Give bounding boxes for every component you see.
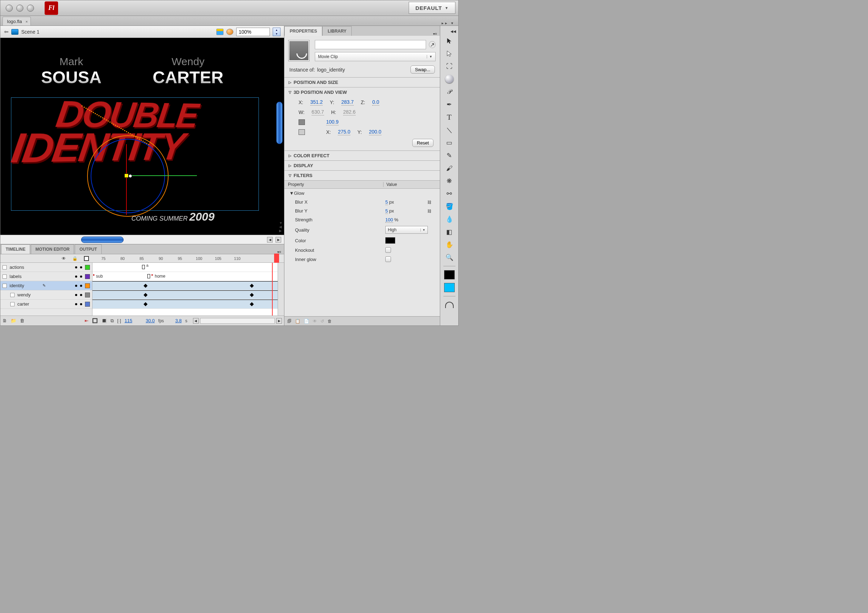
inner-glow-checkbox[interactable] <box>385 256 391 262</box>
lasso-tool[interactable]: 𝒫 <box>443 87 456 97</box>
clipboard-icon[interactable]: 📄 <box>304 319 309 324</box>
prop-value[interactable]: 5 <box>385 208 388 214</box>
stage-hscroll-thumb[interactable] <box>81 237 124 243</box>
x-axis-handle[interactable] <box>126 175 197 176</box>
line-tool[interactable]: ＼ <box>443 125 456 135</box>
zoom-tool[interactable]: 🔍 <box>443 252 456 263</box>
keyframe[interactable] <box>143 302 147 306</box>
prop-value[interactable]: 5 <box>385 200 388 205</box>
onion-markers-icon[interactable]: [·] <box>117 318 121 324</box>
presets-icon[interactable]: 📋 <box>295 319 300 324</box>
outline-color[interactable] <box>85 293 90 297</box>
tab-output[interactable]: OUTPUT <box>75 245 101 254</box>
panel-menu-icon[interactable]: ▾≡ <box>433 32 437 36</box>
tools-collapse-icon[interactable]: ◀◀ <box>451 29 456 33</box>
paint-bucket-tool[interactable]: 🪣 <box>443 201 456 212</box>
registration-point[interactable] <box>129 174 132 178</box>
prop-value[interactable]: 100 <box>385 217 393 223</box>
vx-value[interactable]: 275.0 <box>338 129 350 135</box>
hand-tool[interactable]: ✋ <box>443 239 456 250</box>
frame-grid[interactable]: a ▸ sub ▸ home <box>92 263 277 316</box>
keyframe[interactable] <box>143 284 147 288</box>
stroke-color[interactable] <box>443 269 456 280</box>
zoom-stepper[interactable]: ▲▼ <box>273 28 281 36</box>
add-filter-icon[interactable]: 🗐 <box>287 319 291 324</box>
scroll-right-icon[interactable]: ▶ <box>276 318 282 324</box>
timeline-hscroll-track[interactable] <box>200 318 275 324</box>
keyframe[interactable] <box>143 293 147 297</box>
keyframe[interactable] <box>250 302 254 306</box>
color-swatch[interactable] <box>385 237 395 244</box>
edit-symbol-icon[interactable] <box>226 29 233 35</box>
instance-name-input[interactable] <box>315 40 426 49</box>
stage-scroll-menu-icon[interactable]: ▼◀▶ <box>279 221 283 233</box>
playhead[interactable] <box>274 254 279 263</box>
text-tool[interactable]: T <box>443 112 456 122</box>
reset-filter-icon[interactable]: ↺ <box>321 319 324 324</box>
keyframe[interactable] <box>250 284 254 288</box>
lock-toggle[interactable] <box>80 303 82 305</box>
lock-toggle[interactable] <box>80 294 82 296</box>
outline-column-icon[interactable] <box>84 256 89 261</box>
selection-tool[interactable] <box>443 36 456 46</box>
pencil-tool[interactable]: ✎ <box>443 150 456 161</box>
y-value[interactable]: 283.7 <box>341 99 354 105</box>
close-tab-icon[interactable]: × <box>25 20 28 24</box>
frame-row-labels[interactable]: ▸ sub ▸ home <box>92 272 277 281</box>
options-snap[interactable] <box>443 300 456 310</box>
section-3d-position[interactable]: ▽3D POSITION AND VIEW <box>284 87 440 97</box>
tab-timeline[interactable]: TIMELINE <box>1 245 30 254</box>
lock-toggle[interactable] <box>80 285 82 287</box>
tab-overflow-icon[interactable]: ▸▸ ▾ <box>442 21 455 25</box>
back-icon[interactable]: ⬅ <box>4 28 8 35</box>
scroll-right-icon[interactable]: ▶ <box>276 237 281 243</box>
minimize-window-button[interactable] <box>16 5 23 12</box>
tab-motion-editor[interactable]: MOTION EDITOR <box>31 245 74 254</box>
frame-row-actions[interactable]: a <box>92 263 277 272</box>
knockout-checkbox[interactable] <box>385 247 391 253</box>
blank-keyframe[interactable] <box>142 265 145 269</box>
frame-row-identity[interactable] <box>92 281 277 290</box>
layer-row[interactable]: identity✎ <box>0 281 92 290</box>
swap-button[interactable]: Swap... <box>411 65 435 74</box>
current-frame[interactable]: 115 <box>125 318 132 324</box>
goto-first-icon[interactable]: ⇤ <box>85 318 88 324</box>
link-icon[interactable]: ⛓ <box>422 200 436 204</box>
symbol-type-select[interactable]: Movie Clip <box>315 52 436 61</box>
lock-toggle[interactable] <box>80 266 82 268</box>
enable-filter-icon[interactable]: 👁 <box>313 319 317 324</box>
delete-layer-icon[interactable]: 🗑 <box>20 318 25 324</box>
zoom-input[interactable] <box>236 28 270 36</box>
scene-name[interactable]: Scene 1 <box>21 29 39 35</box>
visibility-toggle[interactable] <box>75 285 77 287</box>
blank-keyframe[interactable] <box>147 274 150 279</box>
outline-color[interactable] <box>85 274 90 279</box>
stage-vscroll-thumb[interactable] <box>276 102 283 144</box>
visibility-toggle[interactable] <box>75 266 77 268</box>
section-display[interactable]: ▷DISPLAY <box>284 161 440 170</box>
scroll-left-icon[interactable]: ◀ <box>267 237 273 243</box>
visibility-toggle[interactable] <box>75 276 77 278</box>
subselection-tool[interactable] <box>443 48 456 59</box>
onion-skin-icon[interactable]: 🔲 <box>92 318 98 324</box>
workspace-switcher[interactable]: DEFAULT <box>409 2 456 14</box>
new-folder-icon[interactable]: 📁 <box>11 318 16 324</box>
z-value[interactable]: 0.0 <box>372 99 379 105</box>
perspective-value[interactable]: 100.9 <box>326 119 339 125</box>
new-layer-icon[interactable]: 🗎 <box>3 318 7 324</box>
reset-button[interactable]: Reset <box>412 139 434 147</box>
rectangle-tool[interactable]: ▭ <box>443 138 456 148</box>
open-symbol-icon[interactable]: ↗ <box>429 41 436 48</box>
outline-color[interactable] <box>85 302 90 306</box>
quality-select[interactable]: High <box>385 226 428 234</box>
visibility-column-icon[interactable]: 👁 <box>62 256 66 261</box>
outline-color[interactable] <box>85 283 90 288</box>
timeline-vscroll[interactable] <box>277 263 284 316</box>
lock-toggle[interactable] <box>80 276 82 278</box>
vy-value[interactable]: 200.0 <box>369 129 381 135</box>
eyedropper-tool[interactable]: 💧 <box>443 214 456 224</box>
layer-row[interactable]: labels <box>0 272 92 281</box>
frame-row-carter[interactable] <box>92 300 277 309</box>
onion-outline-icon[interactable]: 🔳 <box>101 318 107 324</box>
deco-tool[interactable]: ❋ <box>443 176 456 186</box>
